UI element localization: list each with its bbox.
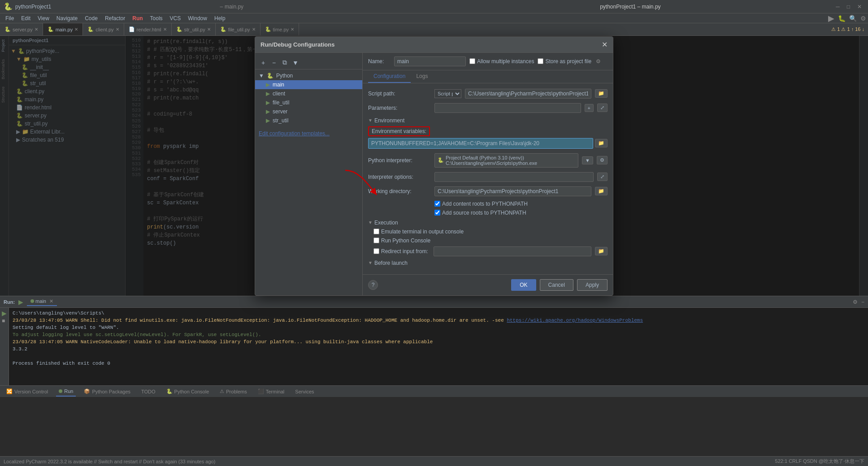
tab-str-util-py[interactable]: 🐍 str_util.py ✕ xyxy=(172,23,216,36)
menu-tools[interactable]: Tools xyxy=(147,14,166,22)
help-btn[interactable]: ? xyxy=(368,280,378,290)
redirect-input-label[interactable]: Redirect input from: xyxy=(373,248,428,255)
add-source-roots-label[interactable]: Add source roots to PYTHONPATH xyxy=(434,210,526,216)
before-launch-header[interactable]: ▼ Before launch xyxy=(368,260,608,266)
tab-close-server[interactable]: ✕ xyxy=(35,27,38,32)
config-item-server[interactable]: ▶ server xyxy=(255,107,362,116)
working-dir-browse-btn[interactable]: 📁 xyxy=(595,187,608,195)
interpreter-options-expand-btn[interactable]: ⤢ xyxy=(597,173,608,181)
menu-edit[interactable]: Edit xyxy=(17,14,34,22)
menu-window[interactable]: Window xyxy=(184,14,211,22)
run-tab-main[interactable]: main ✕ xyxy=(27,298,57,306)
menu-view[interactable]: View xyxy=(34,14,53,22)
bottom-tab-services[interactable]: Services xyxy=(292,387,317,396)
bottom-tab-problems[interactable]: ⚠ Problems xyxy=(217,387,249,396)
debug-btn[interactable]: 🐛 xyxy=(838,15,846,22)
modal-close-button[interactable]: ✕ xyxy=(602,40,608,49)
tab-time-py[interactable]: 🐍 time.py ✕ xyxy=(260,23,299,36)
bottom-tab-python-packages[interactable]: 📦 Python Packages xyxy=(81,387,133,396)
maximize-btn[interactable]: □ xyxy=(844,4,853,10)
tab-close-time[interactable]: ✕ xyxy=(291,27,294,32)
tab-close-main[interactable]: ✕ xyxy=(74,27,78,32)
add-config-btn[interactable]: + xyxy=(259,58,268,67)
store-as-project-checkbox[interactable] xyxy=(538,58,543,64)
more-options-btn[interactable]: ▼ xyxy=(291,58,300,67)
interpreter-edit-btn[interactable]: ⚙ xyxy=(597,156,608,164)
run-restart-btn[interactable]: ▶ xyxy=(2,310,7,317)
run-python-console-label[interactable]: Run Python Console xyxy=(373,237,430,244)
config-item-client[interactable]: ▶ client xyxy=(255,89,362,98)
tab-main-py[interactable]: 🐍 main.py ✕ xyxy=(43,23,83,36)
bottom-tab-run[interactable]: Run xyxy=(56,387,76,397)
run-btn[interactable]: ▶ xyxy=(828,13,834,23)
cancel-btn[interactable]: Cancel xyxy=(540,279,573,291)
parameters-input[interactable] xyxy=(434,103,581,113)
working-dir-input[interactable] xyxy=(434,186,591,196)
script-path-browse-btn[interactable]: 📁 xyxy=(595,89,608,98)
tab-logs[interactable]: Logs xyxy=(411,70,433,83)
add-source-roots-checkbox[interactable] xyxy=(434,210,440,216)
allow-multiple-checkbox[interactable] xyxy=(469,58,475,64)
store-as-project-label[interactable]: Store as project file xyxy=(538,58,591,65)
bottom-tab-python-console[interactable]: 🐍 Python Console xyxy=(164,387,212,396)
settings-gear-icon[interactable]: ⚙ xyxy=(596,58,601,65)
tab-render-html[interactable]: 📄 render.html ✕ xyxy=(124,23,172,36)
allow-multiple-label[interactable]: Allow multiple instances xyxy=(469,58,534,65)
redirect-browse-btn[interactable]: 📁 xyxy=(595,247,608,255)
close-btn[interactable]: ✕ xyxy=(855,4,864,10)
run-settings-icon[interactable]: ⚙ xyxy=(853,299,858,305)
tab-file-util-py[interactable]: 🐍 file_util.py ✕ xyxy=(216,23,260,36)
parameters-add-btn[interactable]: + xyxy=(585,104,594,112)
edit-templates-btn[interactable]: Edit configuration templates... xyxy=(259,130,330,137)
minimize-btn[interactable]: ─ xyxy=(833,4,842,10)
name-input[interactable] xyxy=(394,56,466,66)
bottom-tab-version-control[interactable]: 🔀 Version Control xyxy=(4,387,51,396)
tab-client-py[interactable]: 🐍 client.py ✕ xyxy=(83,23,124,36)
config-item-file-util[interactable]: ▶ file_util xyxy=(255,98,362,107)
remove-config-btn[interactable]: − xyxy=(269,58,278,67)
menu-refactor[interactable]: Refactor xyxy=(101,14,129,22)
tab-configuration[interactable]: Configuration xyxy=(368,70,411,83)
search-btn[interactable]: 🔍 xyxy=(849,15,857,22)
run-minimize-icon[interactable]: − xyxy=(861,299,864,305)
execution-section-header[interactable]: ▼ Execution xyxy=(368,220,608,226)
menu-help[interactable]: Help xyxy=(211,14,229,22)
copy-config-btn[interactable]: ⧉ xyxy=(280,58,289,67)
menu-code[interactable]: Code xyxy=(81,14,101,22)
hadoop-link[interactable]: https://wiki.apache.org/hadoop/WindowsPr… xyxy=(507,318,643,323)
interpreter-dropdown-btn[interactable]: ▼ xyxy=(582,156,593,164)
env-variables-browse-btn[interactable]: 📁 xyxy=(595,139,608,147)
run-stop-btn[interactable]: ■ xyxy=(2,318,7,324)
settings-btn[interactable]: ⚙ xyxy=(860,15,866,22)
emulate-terminal-label[interactable]: Emulate terminal in output console xyxy=(373,229,464,235)
emulate-terminal-checkbox[interactable] xyxy=(373,229,379,234)
parameters-expand-btn[interactable]: ⤢ xyxy=(597,104,608,112)
redirect-input-checkbox[interactable] xyxy=(373,248,379,254)
menu-vcs[interactable]: VCS xyxy=(166,14,185,22)
run-tab-close[interactable]: ✕ xyxy=(49,298,53,304)
add-content-roots-label[interactable]: Add content roots to PYTHONPATH xyxy=(434,201,528,207)
menu-navigate[interactable]: Navigate xyxy=(53,14,81,22)
config-item-str-util[interactable]: ▶ str_util xyxy=(255,116,362,125)
menu-file[interactable]: File xyxy=(2,14,17,22)
config-python-group[interactable]: ▼ 🐍 Python xyxy=(255,71,362,80)
config-item-main[interactable]: ▶ main xyxy=(255,80,362,89)
add-content-roots-checkbox[interactable] xyxy=(434,201,440,207)
bottom-tab-todo[interactable]: TODO xyxy=(139,387,158,396)
bottom-tab-terminal[interactable]: ⬛ Terminal xyxy=(255,387,287,396)
apply-btn[interactable]: Apply xyxy=(577,279,608,291)
tab-close-render[interactable]: ✕ xyxy=(163,27,167,32)
interpreter-options-input[interactable] xyxy=(434,172,594,182)
tab-close-str-util[interactable]: ✕ xyxy=(207,27,211,32)
tab-close-file-util[interactable]: ✕ xyxy=(252,27,256,32)
environment-section-header[interactable]: ▼ Environment xyxy=(368,117,608,124)
tab-server-py[interactable]: 🐍 server.py ✕ xyxy=(0,23,43,36)
menu-run[interactable]: Run xyxy=(129,14,146,22)
tab-close-client[interactable]: ✕ xyxy=(116,27,119,32)
script-path-input[interactable] xyxy=(465,89,591,99)
env-variables-input[interactable] xyxy=(368,138,593,149)
redirect-input-path[interactable] xyxy=(434,246,591,256)
ok-btn[interactable]: OK xyxy=(511,279,536,291)
run-python-console-checkbox[interactable] xyxy=(373,237,379,243)
script-path-dropdown[interactable]: Script path xyxy=(434,89,461,98)
